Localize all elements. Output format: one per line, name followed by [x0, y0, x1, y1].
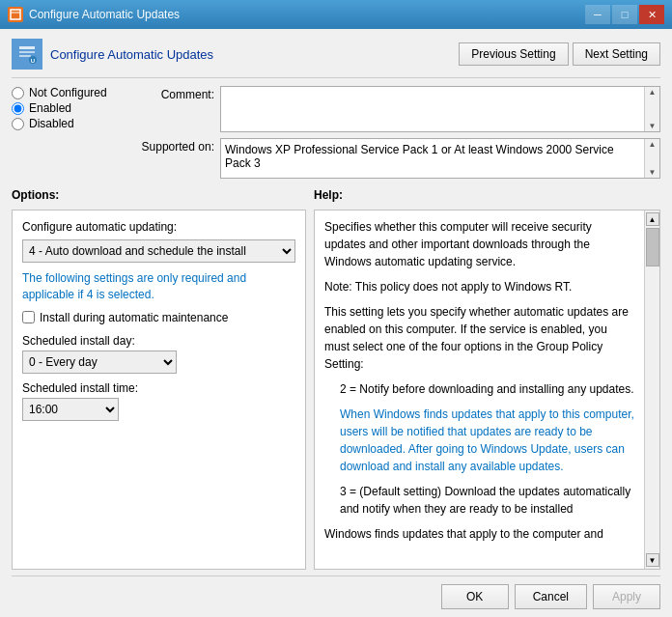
comment-textarea[interactable]	[221, 87, 644, 131]
radio-disabled-input[interactable]	[12, 118, 24, 130]
configure-label: Configure automatic updating:	[22, 220, 295, 234]
settings-section: Not Configured Enabled Disabled Comment:…	[12, 86, 660, 182]
supported-scrollbar: ▲ ▼	[644, 139, 659, 178]
comment-row: Comment: ▲ ▼	[127, 86, 660, 132]
maintenance-row: Install during automatic maintenance	[22, 311, 295, 324]
svg-rect-0	[11, 10, 20, 19]
radio-group: Not Configured Enabled Disabled	[12, 86, 118, 182]
supported-scroll-down[interactable]: ▼	[649, 168, 657, 177]
radio-disabled-label: Disabled	[29, 117, 74, 130]
scroll-thumb[interactable]	[646, 228, 659, 266]
help-panel: Specifies whether this computer will rec…	[314, 210, 660, 570]
supported-wrapper: Windows XP Professional Service Pack 1 o…	[220, 138, 660, 179]
title-bar: Configure Automatic Updates ─ □ ✕	[0, 0, 672, 29]
scheduled-day-group: Scheduled install day: 0 - Every day	[22, 334, 295, 374]
comment-wrapper: ▲ ▼	[220, 86, 660, 132]
header-icon: U	[12, 39, 42, 70]
svg-rect-4	[19, 51, 35, 53]
maintenance-label[interactable]: Install during automatic maintenance	[40, 311, 228, 324]
window-controls: ─ □ ✕	[585, 5, 664, 24]
comment-label: Comment:	[127, 86, 214, 101]
help-section-title: Help:	[314, 188, 660, 202]
window-title: Configure Automatic Updates	[29, 8, 180, 21]
help-text-1: Specifies whether this computer will rec…	[324, 218, 634, 270]
comment-scroll-up[interactable]: ▲	[649, 88, 657, 97]
right-fields: Comment: ▲ ▼ Supported on: Windows XP Pr…	[127, 86, 660, 182]
radio-disabled[interactable]: Disabled	[12, 117, 118, 130]
help-text-3: This setting lets you specify whether au…	[324, 303, 634, 373]
dialog-header: U Configure Automatic Updates Previous S…	[12, 39, 660, 78]
note-text: The following settings are only required…	[22, 270, 295, 303]
help-scroll-up[interactable]: ▲	[646, 212, 659, 226]
maximize-button[interactable]: □	[612, 5, 637, 24]
radio-enabled-input[interactable]	[12, 102, 24, 115]
header-buttons: Previous Setting Next Setting	[459, 42, 660, 66]
help-text-4: 2 = Notify before downloading and instal…	[340, 380, 634, 398]
radio-enabled[interactable]: Enabled	[12, 101, 118, 115]
help-scroll-down[interactable]: ▼	[646, 553, 659, 567]
supported-label: Supported on:	[127, 138, 214, 154]
help-content: Specifies whether this computer will rec…	[315, 210, 644, 569]
header-left: U Configure Automatic Updates	[12, 39, 213, 70]
supported-scroll-up[interactable]: ▲	[649, 140, 657, 149]
svg-rect-5	[19, 55, 31, 57]
svg-rect-3	[19, 46, 35, 49]
help-text-7: Windows finds updates that apply to the …	[324, 525, 634, 543]
help-text-6: 3 = (Default setting) Download the updat…	[340, 483, 634, 518]
section-labels: Options: Help:	[12, 188, 660, 202]
scheduled-day-select[interactable]: 0 - Every day	[22, 351, 177, 374]
scheduled-time-select[interactable]: 16:00	[22, 398, 119, 421]
ok-button[interactable]: OK	[441, 584, 509, 609]
radio-not-configured-input[interactable]	[12, 87, 24, 99]
scroll-thumb-area	[646, 226, 659, 553]
options-panel: Configure automatic updating: 4 - Auto d…	[12, 210, 306, 570]
next-setting-button[interactable]: Next Setting	[573, 42, 660, 66]
maintenance-checkbox[interactable]	[22, 311, 35, 323]
supported-row: Supported on: Windows XP Professional Se…	[127, 138, 660, 179]
apply-button[interactable]: Apply	[593, 584, 660, 609]
radio-not-configured[interactable]: Not Configured	[12, 86, 118, 99]
previous-setting-button[interactable]: Previous Setting	[459, 42, 568, 66]
radio-not-configured-label: Not Configured	[29, 86, 107, 99]
comment-scroll-down[interactable]: ▼	[649, 122, 657, 130]
cancel-button[interactable]: Cancel	[515, 584, 587, 609]
help-text-5: When Windows finds updates that apply to…	[340, 406, 634, 475]
scheduled-time-label: Scheduled install time:	[22, 381, 295, 395]
title-bar-left: Configure Automatic Updates	[8, 7, 180, 22]
supported-value: Windows XP Professional Service Pack 1 o…	[221, 139, 644, 178]
help-scrollbar: ▲ ▼	[644, 210, 659, 569]
dialog-body: U Configure Automatic Updates Previous S…	[0, 29, 672, 617]
scheduled-time-group: Scheduled install time: 16:00	[22, 381, 295, 421]
options-section-title: Options:	[12, 188, 306, 202]
svg-text:U: U	[31, 58, 35, 64]
help-text-2: Note: This policy does not apply to Wind…	[324, 278, 634, 295]
minimize-button[interactable]: ─	[585, 5, 610, 24]
app-icon	[8, 7, 23, 22]
radio-enabled-label: Enabled	[29, 101, 71, 115]
scheduled-day-label: Scheduled install day:	[22, 334, 295, 348]
configure-select[interactable]: 4 - Auto download and schedule the insta…	[22, 239, 295, 263]
bottom-bar: OK Cancel Apply	[12, 575, 660, 609]
comment-scrollbar: ▲ ▼	[644, 87, 659, 131]
close-button[interactable]: ✕	[639, 5, 664, 24]
header-title: Configure Automatic Updates	[50, 47, 213, 62]
main-section: Configure automatic updating: 4 - Auto d…	[12, 210, 660, 570]
